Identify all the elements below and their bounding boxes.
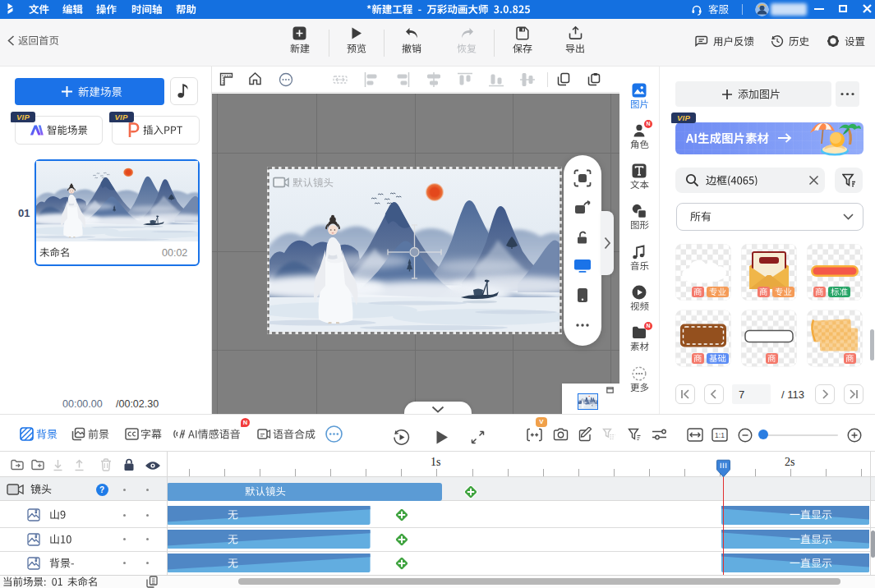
svg-text:1:1: 1:1: [715, 431, 725, 439]
